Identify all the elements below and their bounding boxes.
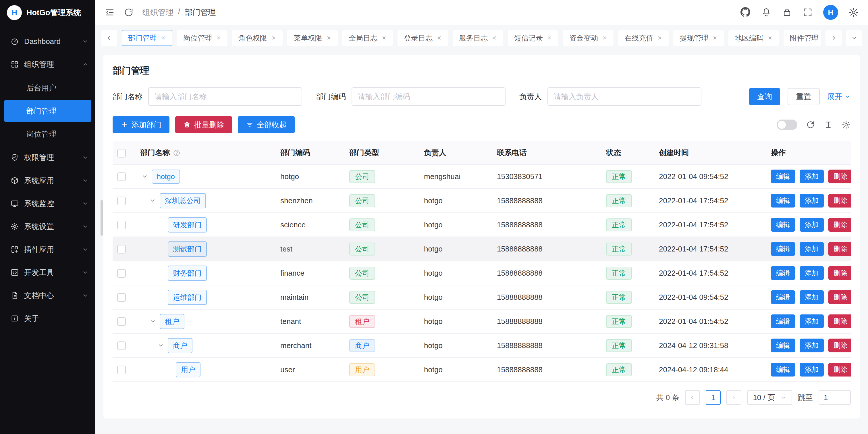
- owner-input[interactable]: [548, 87, 702, 106]
- tabs-scroll-left-button[interactable]: [101, 30, 117, 46]
- add-button[interactable]: 添加: [800, 194, 824, 207]
- dept-name-link[interactable]: 财务部门: [168, 266, 207, 281]
- expand-chevron-icon[interactable]: [148, 196, 157, 205]
- dept-name-link[interactable]: 运维部门: [168, 290, 207, 305]
- delete-button[interactable]: 删除: [828, 170, 851, 183]
- tab-dept-manage[interactable]: 部门管理: [122, 30, 172, 46]
- close-icon[interactable]: [547, 35, 552, 40]
- expand-toggle[interactable]: 展开: [827, 92, 851, 102]
- breadcrumb-parent[interactable]: 组织管理: [143, 7, 174, 18]
- sidebar-sub-dept-manage[interactable]: 部门管理: [4, 100, 91, 122]
- tab-post-manage[interactable]: 岗位管理: [177, 30, 227, 46]
- sidebar-item-doc-center[interactable]: 文档中心: [0, 284, 95, 307]
- settings-gear-icon[interactable]: [848, 7, 859, 18]
- close-icon[interactable]: [492, 35, 497, 40]
- column-settings-gear-icon[interactable]: [842, 120, 851, 129]
- sidebar-sub-backend-user[interactable]: 后台用户: [4, 77, 91, 99]
- close-icon[interactable]: [437, 35, 442, 40]
- row-checkbox[interactable]: [117, 172, 126, 181]
- sidebar-item-about[interactable]: 关于: [0, 307, 95, 330]
- row-checkbox[interactable]: [117, 269, 126, 278]
- dept-name-link[interactable]: 深圳总公司: [160, 193, 206, 208]
- collapse-all-button[interactable]: 全部收起: [238, 116, 295, 133]
- reload-table-icon[interactable]: [806, 120, 815, 129]
- dept-name-link[interactable]: hotgo: [152, 170, 180, 184]
- user-avatar[interactable]: H: [823, 5, 838, 20]
- delete-button[interactable]: 删除: [828, 290, 851, 304]
- page-size-select[interactable]: 10 / 页: [747, 390, 792, 405]
- edit-button[interactable]: 编辑: [771, 290, 795, 304]
- sidebar-item-sys-setting[interactable]: 系统设置: [0, 215, 95, 238]
- tab-withdraw-manage[interactable]: 提现管理: [673, 30, 724, 46]
- add-button[interactable]: 添加: [800, 290, 824, 304]
- close-icon[interactable]: [657, 35, 662, 40]
- sidebar-item-perm-manage[interactable]: 权限管理: [0, 146, 95, 169]
- edit-button[interactable]: 编辑: [771, 363, 795, 377]
- tab-menu-perm[interactable]: 菜单权限: [287, 30, 338, 46]
- row-checkbox[interactable]: [117, 197, 126, 205]
- batch-delete-button[interactable]: 批量删除: [175, 116, 232, 133]
- add-button[interactable]: 添加: [800, 170, 824, 183]
- row-checkbox[interactable]: [117, 366, 126, 374]
- tab-online-recharge[interactable]: 在线充值: [618, 30, 669, 46]
- sidebar-sub-post-manage[interactable]: 岗位管理: [4, 123, 91, 145]
- row-checkbox[interactable]: [117, 317, 126, 326]
- sidebar-item-plugin-app[interactable]: 插件应用: [0, 238, 95, 261]
- close-icon[interactable]: [326, 35, 332, 40]
- delete-button[interactable]: 删除: [828, 363, 851, 377]
- notification-bell-icon[interactable]: [761, 7, 772, 18]
- close-icon[interactable]: [216, 35, 221, 40]
- edit-button[interactable]: 编辑: [771, 170, 795, 183]
- add-dept-button[interactable]: 添加部门: [113, 116, 169, 133]
- dept-name-link[interactable]: 商户: [168, 338, 192, 353]
- close-icon[interactable]: [161, 35, 166, 40]
- row-checkbox[interactable]: [117, 245, 126, 254]
- tab-attachment-manage[interactable]: 附件管理: [783, 30, 821, 46]
- tab-region-code[interactable]: 地区编码: [728, 30, 779, 46]
- reset-button[interactable]: 重置: [787, 88, 820, 105]
- close-icon[interactable]: [602, 35, 607, 40]
- jump-page-input[interactable]: [818, 390, 851, 405]
- add-button[interactable]: 添加: [800, 242, 824, 256]
- sidebar-item-org-manage[interactable]: 组织管理: [0, 53, 95, 76]
- dept-name-link[interactable]: 租户: [160, 314, 184, 329]
- dept-name-link[interactable]: 用户: [176, 362, 200, 377]
- dept-name-input[interactable]: [148, 87, 302, 106]
- close-icon[interactable]: [712, 35, 717, 40]
- tab-service-log[interactable]: 服务日志: [453, 30, 503, 46]
- striped-switch[interactable]: [777, 120, 797, 130]
- sidebar-scrollbar[interactable]: [100, 200, 103, 236]
- edit-button[interactable]: 编辑: [771, 194, 795, 207]
- row-checkbox[interactable]: [117, 342, 126, 350]
- menu-fold-icon[interactable]: [104, 7, 115, 18]
- edit-button[interactable]: 编辑: [771, 218, 795, 232]
- edit-button[interactable]: 编辑: [771, 314, 795, 328]
- tab-login-log[interactable]: 登录日志: [398, 30, 448, 46]
- page-number-button[interactable]: 1: [706, 390, 721, 405]
- add-button[interactable]: 添加: [800, 339, 824, 352]
- add-button[interactable]: 添加: [800, 218, 824, 232]
- refresh-icon[interactable]: [124, 7, 134, 18]
- close-icon[interactable]: [768, 35, 773, 40]
- row-height-icon[interactable]: [824, 120, 833, 129]
- expand-chevron-icon[interactable]: [148, 317, 157, 326]
- tab-fund-change[interactable]: 资金变动: [563, 30, 614, 46]
- delete-button[interactable]: 删除: [828, 266, 851, 280]
- add-button[interactable]: 添加: [800, 314, 824, 328]
- prev-page-button[interactable]: [685, 390, 700, 405]
- add-button[interactable]: 添加: [800, 266, 824, 280]
- github-icon[interactable]: [741, 7, 751, 18]
- expand-chevron-icon[interactable]: [140, 172, 149, 181]
- lock-icon[interactable]: [782, 7, 792, 18]
- close-icon[interactable]: [381, 35, 386, 40]
- add-button[interactable]: 添加: [800, 363, 824, 377]
- edit-button[interactable]: 编辑: [771, 266, 795, 280]
- fullscreen-icon[interactable]: [803, 7, 813, 18]
- delete-button[interactable]: 删除: [828, 194, 851, 207]
- tab-role-perm[interactable]: 角色权限: [232, 30, 283, 46]
- dept-name-link[interactable]: 研发部门: [168, 217, 207, 233]
- next-page-button[interactable]: [726, 390, 741, 405]
- edit-button[interactable]: 编辑: [771, 339, 795, 352]
- expand-chevron-icon[interactable]: [156, 341, 165, 350]
- tab-sms-record[interactable]: 短信记录: [508, 30, 558, 46]
